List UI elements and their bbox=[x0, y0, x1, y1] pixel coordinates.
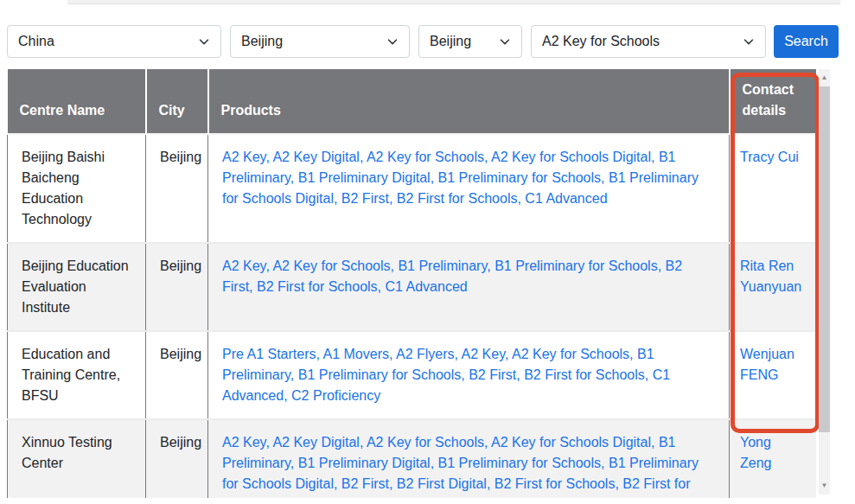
region-select-value: Beijing bbox=[241, 34, 283, 49]
scrollbar-thumb[interactable] bbox=[819, 86, 830, 432]
product-link[interactable]: B2 First bbox=[341, 476, 389, 491]
horizontal-scrollbar[interactable] bbox=[67, 0, 840, 4]
product-link[interactable]: B1 Preliminary bbox=[398, 258, 487, 273]
contact-cell: Wenjuan FENG bbox=[730, 331, 817, 419]
product-link[interactable]: A2 Key bbox=[222, 435, 265, 450]
product-link[interactable]: A2 Key bbox=[222, 150, 265, 164]
column-header-city: City bbox=[146, 69, 208, 134]
product-link[interactable]: C1 Advanced Digital bbox=[412, 497, 536, 498]
product-link[interactable]: C1 Advanced bbox=[322, 497, 404, 498]
contact-link[interactable]: Wenjuan FENG bbox=[740, 347, 794, 382]
product-link[interactable]: A2 Key Digital bbox=[272, 435, 360, 450]
table-row: Beijing Baishi Baicheng Education Techno… bbox=[8, 134, 817, 243]
products-cell: A2 Key, A2 Key Digital, A2 Key for Schoo… bbox=[208, 419, 730, 498]
product-link[interactable]: B1 Preliminary for Schools bbox=[494, 258, 658, 273]
table-row: Beijing Education Evaluation Institute B… bbox=[8, 243, 817, 331]
contact-link[interactable]: Rita Ren Yuanyuan bbox=[740, 258, 801, 294]
product-link[interactable]: A2 Key for Schools bbox=[367, 150, 484, 164]
table-row: Education and Training Centre, BFSU Beij… bbox=[8, 331, 817, 419]
page: China Beijing Beijing A2 Key for Schools… bbox=[0, 0, 855, 504]
product-link[interactable]: A2 Key for Schools Digital bbox=[491, 150, 651, 164]
product-link[interactable]: B1 Preliminary Digital bbox=[298, 170, 431, 185]
results-table-container: Centre Name City Products Contact detail… bbox=[7, 69, 816, 498]
city-select-value: Beijing bbox=[430, 34, 471, 49]
product-link[interactable]: B2 First for Schools bbox=[397, 191, 518, 206]
column-header-products: Products bbox=[208, 69, 730, 134]
products-cell: A2 Key, A2 Key Digital, A2 Key for Schoo… bbox=[208, 134, 730, 243]
chevron-down-icon bbox=[386, 35, 399, 48]
product-link[interactable]: C2 Proficiency bbox=[291, 388, 380, 403]
chevron-down-icon bbox=[198, 35, 210, 48]
product-link[interactable]: B2 First Digital bbox=[397, 476, 487, 491]
product-link[interactable]: C1 Advanced bbox=[525, 191, 607, 206]
products-cell: A2 Key, A2 Key for Schools, B1 Prelimina… bbox=[208, 243, 730, 331]
product-link[interactable]: A2 Key for Schools Digital bbox=[491, 435, 651, 450]
country-select[interactable]: China bbox=[7, 25, 221, 58]
product-link[interactable]: A2 Flyers bbox=[396, 347, 455, 361]
search-button[interactable]: Search bbox=[774, 25, 839, 58]
contact-cell: Yong Zeng bbox=[730, 419, 817, 498]
chevron-down-icon bbox=[499, 35, 511, 48]
city-cell: Beijing bbox=[146, 419, 208, 498]
country-select-value: China bbox=[18, 34, 54, 49]
chevron-down-icon bbox=[743, 35, 755, 48]
contact-cell: Rita Ren Yuanyuan bbox=[730, 243, 817, 331]
contact-link[interactable]: Yong Zeng bbox=[740, 435, 771, 470]
product-link[interactable]: A2 Key Digital bbox=[272, 150, 360, 164]
contact-cell: Tracy Cui bbox=[730, 134, 817, 243]
product-link[interactable]: C2 Proficiency bbox=[544, 497, 632, 498]
products-cell: Pre A1 Starters, A1 Movers, A2 Flyers, A… bbox=[208, 331, 730, 419]
product-link[interactable]: B2 First bbox=[469, 367, 516, 382]
product-select-value: A2 Key for Schools bbox=[542, 34, 660, 49]
city-cell: Beijing bbox=[146, 134, 208, 243]
centres-table: Centre Name City Products Contact detail… bbox=[7, 69, 816, 498]
product-link[interactable]: A2 Key for Schools bbox=[367, 435, 484, 450]
vertical-scrollbar[interactable]: ▲ ▼ bbox=[819, 69, 830, 494]
product-link[interactable]: C1 Advanced bbox=[386, 279, 468, 294]
product-link[interactable]: B1 Preliminary for Schools bbox=[438, 456, 602, 470]
column-header-contact-details: Contact details bbox=[730, 69, 817, 134]
region-select[interactable]: Beijing bbox=[230, 25, 410, 58]
column-header-centre-name: Centre Name bbox=[8, 69, 146, 134]
product-link[interactable]: B1 Preliminary for Schools bbox=[438, 170, 602, 185]
product-link[interactable]: A1 Movers bbox=[323, 347, 389, 361]
centre-name-cell: Beijing Baishi Baicheng Education Techno… bbox=[8, 134, 146, 243]
table-header-row: Centre Name City Products Contact detail… bbox=[8, 69, 817, 134]
product-link[interactable]: B2 First for Schools bbox=[524, 367, 645, 382]
contact-link[interactable]: Tracy Cui bbox=[740, 150, 799, 164]
centre-name-cell: Education and Training Centre, BFSU bbox=[8, 331, 146, 419]
product-select[interactable]: A2 Key for Schools bbox=[531, 25, 766, 58]
table-row: Xinnuo Testing Center Beijing A2 Key, A2… bbox=[8, 419, 817, 498]
product-link[interactable]: B2 First bbox=[341, 191, 389, 206]
city-select[interactable]: Beijing bbox=[418, 25, 522, 58]
product-link[interactable]: B1 Preliminary Digital bbox=[298, 456, 431, 470]
filter-bar: China Beijing Beijing A2 Key for Schools… bbox=[7, 25, 839, 58]
product-link[interactable]: B1 Preliminary for Schools bbox=[298, 367, 462, 382]
centre-name-cell: Beijing Education Evaluation Institute bbox=[8, 243, 146, 331]
centre-name-cell: Xinnuo Testing Center bbox=[8, 419, 146, 498]
scroll-up-icon[interactable]: ▲ bbox=[819, 71, 830, 83]
product-link[interactable]: B2 First for Schools bbox=[494, 476, 616, 491]
product-link[interactable]: A2 Key for Schools bbox=[272, 258, 390, 273]
scroll-down-icon[interactable]: ▼ bbox=[819, 479, 830, 491]
product-link[interactable]: B2 First for Schools bbox=[257, 279, 378, 294]
product-link[interactable]: A2 Key bbox=[222, 258, 265, 273]
product-link[interactable]: A2 Key bbox=[462, 347, 505, 361]
city-cell: Beijing bbox=[146, 331, 208, 419]
city-cell: Beijing bbox=[146, 243, 208, 331]
product-link[interactable]: A2 Key for Schools bbox=[512, 347, 629, 361]
product-link[interactable]: Pre A1 Starters bbox=[222, 347, 316, 361]
